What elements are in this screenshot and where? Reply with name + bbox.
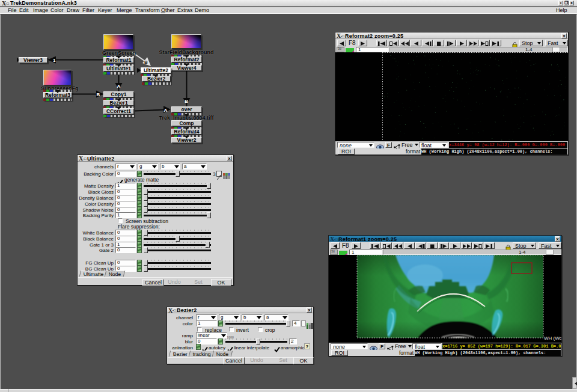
svg-text:WH (Wor: WH (Wor	[544, 335, 561, 341]
